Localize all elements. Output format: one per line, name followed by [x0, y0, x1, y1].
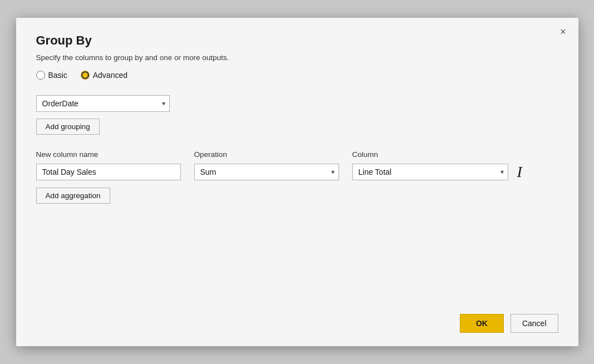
- aggregation-label-row: New column name Operation Column: [36, 150, 558, 159]
- grouping-dropdown-wrapper: OrderDate Date Month Year ▾: [36, 95, 170, 112]
- cancel-button[interactable]: Cancel: [510, 314, 558, 333]
- column-label: Column: [352, 150, 508, 159]
- operation-label: Operation: [194, 150, 339, 159]
- advanced-label: Advanced: [93, 71, 127, 80]
- column-dropdown-wrapper: Line Total OrderDate SalesAmount ▾: [352, 164, 508, 180]
- dialog-title: Group By: [36, 33, 558, 48]
- close-button[interactable]: ×: [557, 24, 570, 39]
- radio-advanced-label[interactable]: Advanced: [81, 71, 127, 80]
- operation-dropdown-wrapper: Sum Average Min Max Count Count Distinct…: [194, 164, 339, 180]
- dialog-subtitle: Specify the columns to group by and one …: [36, 53, 558, 62]
- new-column-name-label: New column name: [36, 150, 181, 159]
- basic-label: Basic: [48, 71, 67, 80]
- ok-button[interactable]: OK: [460, 314, 504, 333]
- operation-dropdown[interactable]: Sum Average Min Max Count Count Distinct: [194, 164, 339, 180]
- group-by-dialog: × Group By Specify the columns to group …: [16, 18, 578, 346]
- new-column-name-input[interactable]: [36, 164, 181, 180]
- radio-advanced[interactable]: [81, 71, 90, 80]
- column-dropdown[interactable]: Line Total OrderDate SalesAmount: [352, 164, 508, 180]
- aggregation-row: Sum Average Min Max Count Count Distinct…: [36, 163, 558, 181]
- grouping-section: OrderDate Date Month Year ▾ Add grouping: [36, 95, 558, 135]
- radio-basic-label[interactable]: Basic: [36, 71, 67, 80]
- aggregation-section: New column name Operation Column Sum Ave…: [36, 150, 558, 204]
- text-cursor-icon: I: [517, 163, 522, 181]
- dialog-footer: OK Cancel: [36, 292, 558, 333]
- radio-group: Basic Advanced: [36, 71, 558, 80]
- radio-basic[interactable]: [36, 71, 45, 80]
- grouping-dropdown[interactable]: OrderDate Date Month Year: [36, 95, 170, 112]
- add-grouping-button[interactable]: Add grouping: [36, 119, 100, 135]
- add-aggregation-button[interactable]: Add aggregation: [36, 188, 110, 204]
